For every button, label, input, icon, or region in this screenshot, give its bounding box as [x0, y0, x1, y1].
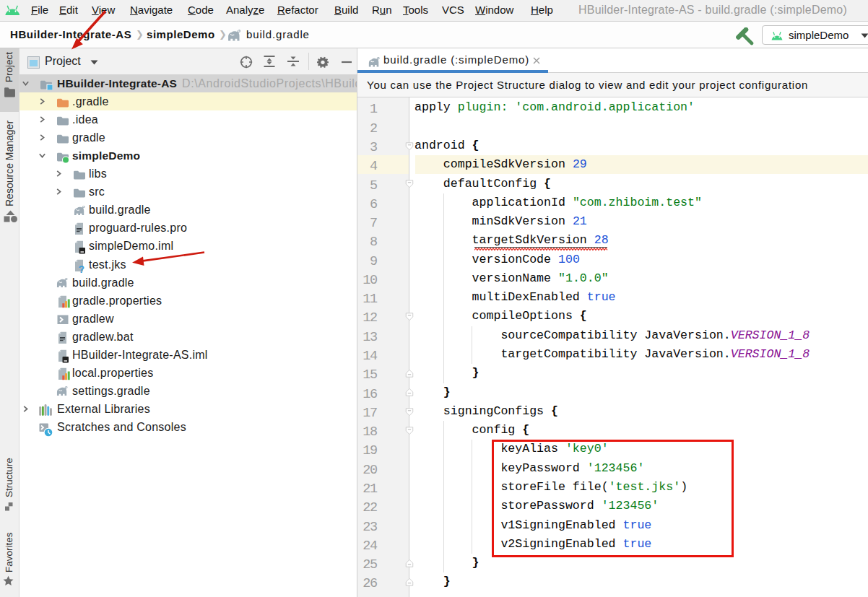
svg-text:?: ? — [79, 263, 85, 273]
